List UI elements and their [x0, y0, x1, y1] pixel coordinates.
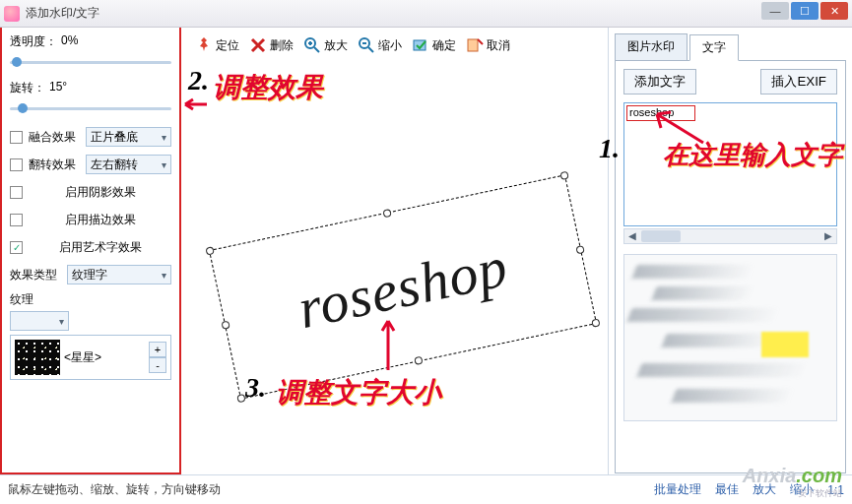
scroll-right-icon[interactable]: ▶: [820, 229, 836, 243]
annotation-number-3: 3.: [245, 372, 266, 404]
resize-handle[interactable]: [575, 245, 584, 254]
texture-select[interactable]: [10, 311, 69, 331]
flip-checkbox[interactable]: [10, 158, 23, 171]
blend-mode-select[interactable]: 正片叠底: [86, 127, 171, 147]
effects-panel: 透明度： 0% 旋转： 15° 融合效果 正片叠底 翻转效果 左右翻转: [0, 28, 181, 474]
confirm-button[interactable]: 确定: [412, 36, 456, 54]
texture-preview: <星星> + -: [10, 335, 171, 380]
svg-rect-3: [468, 39, 478, 51]
shadow-checkbox[interactable]: [10, 186, 23, 199]
pushpin-icon: [195, 36, 213, 54]
annotation-text-2: 调整效果: [213, 69, 323, 106]
shadow-label: 启用阴影效果: [29, 184, 171, 201]
scroll-thumb[interactable]: [641, 230, 681, 242]
right-panel: 图片水印 文字 添加文字 插入EXIF roseshop ◀ ▶: [608, 28, 852, 474]
cancel-icon: [466, 36, 484, 54]
status-batch-button[interactable]: 批量处理: [654, 481, 701, 498]
blend-checkbox[interactable]: [10, 131, 23, 144]
rotate-label: 旋转：: [10, 80, 45, 96]
text-input[interactable]: roseshop: [626, 105, 695, 121]
resize-handle[interactable]: [221, 320, 229, 329]
opacity-value: 0%: [61, 33, 78, 50]
status-bar: 鼠标左键拖动、缩放、旋转，方向键移动 批量处理 最佳 放大 缩小 1:1: [0, 474, 852, 504]
selection-box[interactable]: roseshop: [209, 174, 597, 400]
status-best-button[interactable]: 最佳: [715, 481, 739, 498]
toolbar: 定位 删除 放大 缩小 确定 取消: [181, 28, 608, 63]
resize-handle[interactable]: [591, 318, 600, 327]
stroke-label: 启用描边效果: [29, 212, 171, 228]
annotation-text-1: 在这里输入文字: [663, 138, 842, 172]
brand-watermark: Anxia.com 安下软件站: [743, 465, 842, 500]
opacity-slider[interactable]: [10, 54, 171, 70]
highlight-swatch: [761, 332, 809, 357]
delete-icon: [249, 36, 267, 54]
texture-prev-button[interactable]: -: [149, 357, 166, 373]
flip-mode-select[interactable]: 左右翻转: [86, 155, 171, 174]
delete-button[interactable]: 删除: [249, 36, 294, 54]
texture-next-button[interactable]: +: [149, 342, 166, 357]
maximize-button[interactable]: ☐: [791, 2, 819, 20]
effect-type-label: 效果类型: [10, 267, 61, 284]
rotate-value: 15°: [49, 80, 67, 96]
annotation-number-2: 2.: [188, 65, 209, 96]
tab-body: 添加文字 插入EXIF roseshop ◀ ▶: [615, 60, 846, 473]
tab-image-watermark[interactable]: 图片水印: [615, 33, 688, 60]
opacity-label: 透明度：: [10, 33, 57, 50]
style-preview[interactable]: [623, 254, 837, 421]
zoom-out-button[interactable]: 缩小: [358, 36, 402, 54]
window-buttons: — ☐ ✕: [761, 2, 848, 20]
scrollbar-horizontal[interactable]: ◀ ▶: [623, 228, 837, 244]
locate-button[interactable]: 定位: [195, 36, 239, 54]
resize-handle[interactable]: [414, 356, 423, 365]
flip-label: 翻转效果: [29, 157, 80, 173]
title-bar: 添加水印/文字 — ☐ ✕: [0, 0, 852, 28]
texture-label: 纹理: [10, 291, 171, 308]
effect-type-select[interactable]: 纹理字: [67, 265, 171, 284]
zoom-out-icon: [358, 36, 375, 54]
resize-handle[interactable]: [559, 171, 568, 180]
close-button[interactable]: ✕: [820, 2, 848, 20]
rotate-slider[interactable]: [10, 100, 171, 116]
resize-handle[interactable]: [205, 246, 214, 255]
watermark-text[interactable]: roseshop: [293, 232, 514, 341]
zoom-in-icon: [303, 36, 321, 54]
window-title: 添加水印/文字: [26, 5, 99, 22]
tabs: 图片水印 文字: [615, 33, 846, 60]
texture-name: <星星>: [64, 349, 101, 366]
canvas[interactable]: roseshop: [181, 63, 608, 474]
blend-label: 融合效果: [29, 129, 80, 146]
texture-swatch: [15, 340, 60, 375]
stroke-checkbox[interactable]: [10, 214, 23, 226]
confirm-icon: [412, 36, 429, 54]
art-checkbox[interactable]: ✓: [10, 241, 23, 254]
zoom-in-button[interactable]: 放大: [303, 36, 348, 54]
annotation-number-1: 1.: [599, 133, 620, 164]
status-hint: 鼠标左键拖动、缩放、旋转，方向键移动: [8, 481, 221, 498]
app-icon: [4, 6, 20, 22]
annotation-text-3: 调整文字大小: [276, 374, 441, 411]
add-text-button[interactable]: 添加文字: [623, 69, 696, 94]
cancel-button[interactable]: 取消: [466, 36, 510, 54]
insert-exif-button[interactable]: 插入EXIF: [760, 69, 837, 94]
minimize-button[interactable]: —: [761, 2, 789, 20]
art-label: 启用艺术字效果: [29, 239, 171, 256]
canvas-area: 定位 删除 放大 缩小 确定 取消: [181, 28, 608, 474]
tab-text[interactable]: 文字: [689, 34, 739, 61]
resize-handle[interactable]: [382, 209, 391, 218]
scroll-left-icon[interactable]: ◀: [624, 229, 640, 243]
